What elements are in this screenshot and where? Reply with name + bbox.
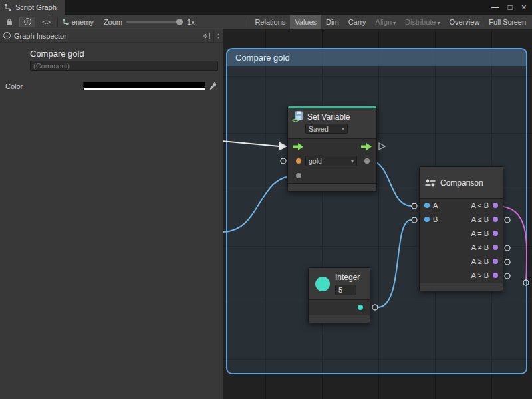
node-footer bbox=[309, 315, 370, 323]
output-label-gte: A ≥ B bbox=[471, 255, 489, 269]
align-button[interactable]: Align▾ bbox=[371, 15, 400, 29]
carry-button[interactable]: Carry bbox=[344, 15, 371, 29]
saved-dropdown[interactable]: Saved ▾ bbox=[305, 124, 348, 134]
toolbar-buttons: Relations Values Dim Carry Align▾ Distri… bbox=[250, 15, 531, 29]
info-icon: i bbox=[3, 32, 11, 39]
graph-ref-icon bbox=[63, 19, 69, 25]
input-label-b: B bbox=[433, 213, 438, 227]
value-row bbox=[288, 168, 376, 183]
info-icon: i bbox=[24, 18, 31, 25]
output-port-neq[interactable] bbox=[493, 245, 498, 250]
graph-title: Compare gold bbox=[30, 49, 84, 59]
lock-icon[interactable] bbox=[4, 17, 15, 27]
floppy-code-icon: <> bbox=[292, 111, 303, 122]
unity-window: Script Graph — □ × i <> enemy Zoom 1x bbox=[0, 0, 532, 399]
overview-button[interactable]: Overview bbox=[445, 15, 485, 29]
color-swatch[interactable] bbox=[83, 82, 205, 90]
comparison-row: A ≥ B bbox=[420, 255, 503, 269]
input-label-a: A bbox=[433, 199, 438, 213]
comparison-row: A = B bbox=[420, 227, 503, 241]
minimize-button[interactable]: — bbox=[491, 3, 499, 12]
comparison-row: A A < B bbox=[420, 199, 503, 213]
group-title[interactable]: Compare gold bbox=[227, 49, 526, 66]
color-label: Color bbox=[5, 82, 23, 90]
script-graph-tab[interactable]: Script Graph bbox=[0, 0, 65, 15]
tab-title: Script Graph bbox=[15, 3, 57, 11]
output-label-gt: A > B bbox=[471, 269, 489, 283]
integer-value-field[interactable]: 5 bbox=[335, 285, 356, 295]
inspector-header-title: Graph Inspector bbox=[14, 32, 66, 40]
output-label-lt: A < B bbox=[471, 199, 489, 213]
graph-icon bbox=[4, 3, 12, 11]
node-integer[interactable]: Integer 5 bbox=[308, 267, 370, 323]
separator bbox=[245, 17, 245, 27]
node-set-variable[interactable]: <> Set Variable Saved ▾ gold ▾ bbox=[287, 106, 377, 192]
graph-ref-label: enemy bbox=[72, 18, 94, 26]
output-port-lt[interactable] bbox=[493, 203, 498, 208]
output-label-eq: A = B bbox=[471, 227, 489, 241]
node-title: Integer bbox=[335, 273, 360, 282]
zoom-slider[interactable] bbox=[126, 18, 183, 26]
inspector-toggle-button[interactable]: i bbox=[19, 17, 35, 27]
chevron-down-icon: ▾ bbox=[351, 158, 354, 164]
output-port-eq[interactable] bbox=[493, 231, 498, 236]
comparison-row: B A ≤ B bbox=[420, 213, 503, 227]
node-footer bbox=[288, 183, 376, 191]
inspector-header: i Graph Inspector ▲ ▼ bbox=[0, 29, 223, 43]
window-controls: — □ × bbox=[491, 0, 527, 15]
graph-reference[interactable]: enemy bbox=[63, 18, 94, 26]
flow-in-port[interactable] bbox=[293, 143, 303, 150]
chevron-down-icon: ▾ bbox=[342, 126, 344, 132]
scroll-buttons[interactable]: ▲ ▼ bbox=[213, 29, 223, 43]
integer-out-port[interactable] bbox=[358, 305, 363, 310]
input-port-b[interactable] bbox=[424, 217, 430, 222]
maximize-button[interactable]: □ bbox=[508, 3, 513, 12]
dock-icon[interactable] bbox=[202, 33, 211, 39]
zoom-handle[interactable] bbox=[176, 19, 183, 25]
eyedropper-icon[interactable] bbox=[209, 81, 217, 90]
node-comparison[interactable]: Comparison A A < B B A ≤ B A = B A ≠ B bbox=[419, 166, 503, 291]
relations-button[interactable]: Relations bbox=[250, 15, 290, 29]
integer-output-row bbox=[309, 300, 370, 315]
values-button[interactable]: Values bbox=[290, 15, 321, 29]
flow-row bbox=[288, 139, 376, 154]
output-port-gt[interactable] bbox=[493, 273, 498, 278]
output-label-neq: A ≠ B bbox=[471, 241, 489, 255]
comment-input[interactable] bbox=[30, 61, 218, 71]
zoom-control: Zoom 1x bbox=[104, 18, 195, 26]
variable-name-port[interactable] bbox=[296, 158, 301, 164]
node-footer bbox=[420, 283, 503, 291]
gold-dropdown[interactable]: gold ▾ bbox=[305, 156, 357, 166]
separator bbox=[57, 17, 58, 27]
variable-row: gold ▾ bbox=[288, 154, 376, 168]
graph-toolbar: i <> enemy Zoom 1x Relations Values Dim … bbox=[0, 15, 532, 29]
zoom-track bbox=[126, 21, 183, 23]
comparison-row: A > B bbox=[420, 269, 503, 283]
zoom-value: 1x bbox=[187, 18, 195, 26]
chevron-down-icon: ▾ bbox=[393, 20, 396, 26]
title-bar: Script Graph — □ × bbox=[0, 0, 532, 15]
output-port-gte[interactable] bbox=[493, 259, 498, 264]
node-title: Set Variable bbox=[307, 112, 350, 122]
distribute-button[interactable]: Distribute▾ bbox=[400, 15, 444, 29]
value-out-port[interactable] bbox=[364, 158, 370, 164]
graph-inspector-panel: i Graph Inspector ▲ ▼ Compare gold Color bbox=[0, 29, 223, 399]
value-in-port[interactable] bbox=[296, 173, 301, 178]
fullscreen-button[interactable]: Full Screen bbox=[484, 15, 531, 29]
close-button[interactable]: × bbox=[521, 2, 527, 13]
code-toggle-button[interactable]: <> bbox=[40, 17, 53, 27]
svg-text:<>: <> bbox=[292, 117, 299, 123]
zoom-label: Zoom bbox=[104, 18, 122, 26]
output-label-lte: A ≤ B bbox=[471, 213, 489, 227]
color-value bbox=[84, 82, 205, 88]
node-title: Comparison bbox=[440, 178, 483, 188]
down-arrow-icon[interactable]: ▼ bbox=[217, 36, 220, 39]
flow-out-port[interactable] bbox=[361, 143, 372, 150]
output-port-lte[interactable] bbox=[493, 217, 498, 222]
input-port-a[interactable] bbox=[424, 203, 430, 208]
dim-button[interactable]: Dim bbox=[321, 15, 344, 29]
comparison-row: A ≠ B bbox=[420, 241, 503, 255]
chevron-down-icon: ▾ bbox=[438, 20, 440, 26]
graph-canvas[interactable]: Compare gold bbox=[223, 29, 532, 399]
comparison-icon bbox=[425, 178, 436, 188]
